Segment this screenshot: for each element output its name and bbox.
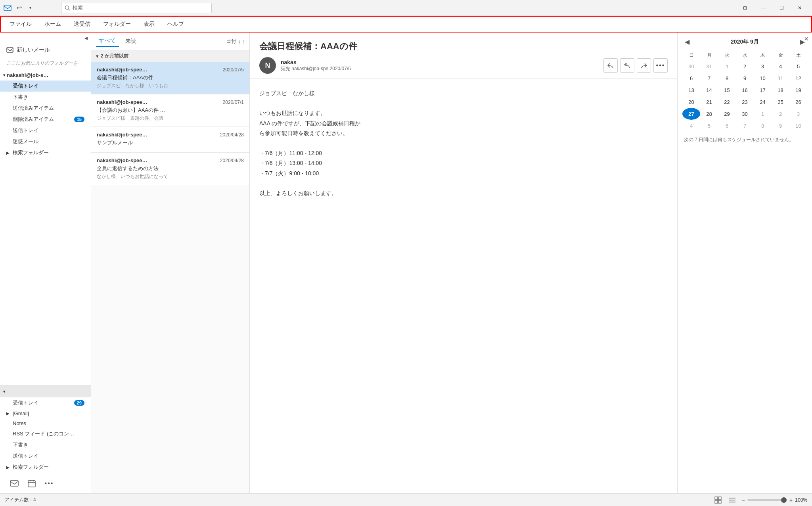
sort-control[interactable]: 日付 ↓ ↑ — [226, 38, 245, 45]
menu-home[interactable]: ホーム — [39, 18, 67, 30]
cal-day-5-5[interactable]: 9 — [772, 120, 789, 132]
sidebar-folder-drafts1[interactable]: 下書き — [0, 92, 91, 103]
sidebar-folder-search2[interactable]: ▶ 検索フォルダー — [0, 462, 91, 473]
calendar-prev-button[interactable]: ◀ — [682, 37, 692, 46]
cal-day-2-0[interactable]: 13 — [682, 84, 700, 96]
restore-button[interactable]: — — [754, 2, 772, 14]
reading-pane: 会議日程候補：AAAの件 N nakas 宛先 nakashi@job-spe … — [250, 33, 677, 493]
search-box[interactable] — [61, 3, 212, 13]
minimize-button[interactable]: ⊡ — [736, 2, 754, 14]
sidebar-folder-rss[interactable]: RSS フィード (このコン… — [0, 428, 91, 439]
cal-day-0-5[interactable]: 4 — [772, 60, 789, 72]
cal-day-3-4[interactable]: 24 — [754, 96, 772, 108]
view-compact-button[interactable] — [713, 495, 723, 505]
sidebar-folder-inbox1[interactable]: 受信トレイ — [0, 80, 91, 92]
sidebar-folder-outbox1[interactable]: 送信トレイ — [0, 125, 91, 136]
dropdown-button[interactable]: ▾ — [26, 4, 34, 12]
calendar-close-button[interactable]: ✕ — [804, 36, 809, 42]
cal-day-1-4[interactable]: 10 — [754, 72, 772, 84]
cal-day-3-2[interactable]: 22 — [718, 96, 736, 108]
cal-day-2-5[interactable]: 18 — [772, 84, 789, 96]
cal-day-3-3[interactable]: 23 — [736, 96, 754, 108]
email-item-4[interactable]: nakashi@job-spee… 2020/04/28 全員に返信するための方… — [91, 153, 249, 185]
nav-mail-button[interactable] — [6, 475, 22, 491]
cal-day-4-3[interactable]: 30 — [736, 108, 754, 120]
zoom-plus[interactable]: + — [789, 497, 793, 503]
menu-send-receive[interactable]: 送受信 — [68, 18, 96, 30]
cal-day-1-6[interactable]: 12 — [789, 72, 807, 84]
sidebar-folder-inbox2[interactable]: 受信トレイ 29 — [0, 397, 91, 408]
cal-day-3-5[interactable]: 25 — [772, 96, 789, 108]
cal-day-4-0[interactable]: 27 — [682, 108, 700, 120]
cal-day-0-3[interactable]: 2 — [736, 60, 754, 72]
menu-file[interactable]: ファイル — [4, 18, 37, 30]
sidebar-folder-notes[interactable]: Notes — [0, 418, 91, 428]
cal-day-1-3[interactable]: 9 — [736, 72, 754, 84]
cal-day-0-1[interactable]: 31 — [700, 60, 718, 72]
menu-view[interactable]: 表示 — [138, 18, 160, 30]
cal-day-5-1[interactable]: 5 — [700, 120, 718, 132]
cal-day-5-0[interactable]: 4 — [682, 120, 700, 132]
filter-all-tab[interactable]: すべて — [96, 36, 119, 47]
more-actions-button[interactable]: ••• — [653, 58, 668, 73]
account1-header[interactable]: ▾ nakashi@job-s… — [0, 70, 91, 80]
cal-day-2-1[interactable]: 14 — [700, 84, 718, 96]
zoom-minus[interactable]: − — [742, 497, 745, 503]
svg-rect-5 — [10, 481, 18, 486]
cal-day-1-5[interactable]: 11 — [772, 72, 789, 84]
view-list-button[interactable] — [728, 495, 737, 505]
cal-day-0-4[interactable]: 3 — [754, 60, 772, 72]
cal-day-3-0[interactable]: 20 — [682, 96, 700, 108]
cal-day-3-1[interactable]: 21 — [700, 96, 718, 108]
cal-day-0-6[interactable]: 5 — [789, 60, 807, 72]
email-item-1[interactable]: nakashi@job-spee… 2020/07/5 会議日程候補：AAAの件… — [91, 62, 249, 94]
svg-line-2 — [69, 9, 70, 10]
cal-day-1-2[interactable]: 8 — [718, 72, 736, 84]
sidebar-folder-outbox2[interactable]: 送信トレイ — [0, 450, 91, 462]
search-input[interactable] — [73, 5, 208, 11]
cal-day-3-6[interactable]: 26 — [789, 96, 807, 108]
close-button[interactable]: ✕ — [791, 2, 809, 14]
cal-day-4-2[interactable]: 29 — [718, 108, 736, 120]
nav-calendar-button[interactable] — [24, 475, 40, 491]
forward-button[interactable] — [637, 58, 651, 73]
cal-day-1-1[interactable]: 7 — [700, 72, 718, 84]
undo-button[interactable]: ↩ — [15, 4, 23, 12]
filter-unread-tab[interactable]: 未読 — [122, 36, 140, 46]
cal-header-wed: 水 — [736, 50, 754, 60]
cal-day-5-6[interactable]: 10 — [789, 120, 807, 132]
sidebar-folder-gmail[interactable]: ▶ [Gmail] — [0, 408, 91, 418]
email-item-2[interactable]: nakashi@job-spee… 2020/07/1 【会議のお願い】AAAの… — [91, 94, 249, 127]
sidebar-folder-deleted1[interactable]: 削除済みアイテム 15 — [0, 114, 91, 125]
zoom-slider[interactable] — [747, 499, 787, 501]
sidebar-collapse-button[interactable]: ◂ — [84, 34, 88, 42]
menu-folder[interactable]: フォルダー — [98, 18, 136, 30]
sidebar-folder-drafts2[interactable]: 下書き — [0, 439, 91, 450]
cal-day-2-2[interactable]: 15 — [718, 84, 736, 96]
account2-header[interactable]: ▾ — [0, 385, 91, 397]
sidebar-folder-search1[interactable]: ▶ 検索フォルダー — [0, 147, 91, 158]
nav-more-button[interactable]: ••• — [41, 475, 57, 491]
reply-button[interactable] — [603, 58, 618, 73]
cal-day-5-2[interactable]: 6 — [718, 120, 736, 132]
cal-day-2-4[interactable]: 17 — [754, 84, 772, 96]
sidebar-folder-junk1[interactable]: 迷惑メール — [0, 136, 91, 147]
new-mail-button[interactable]: 新しいメール — [0, 43, 91, 57]
cal-day-4-5[interactable]: 2 — [772, 108, 789, 120]
cal-day-4-6[interactable]: 3 — [789, 108, 807, 120]
cal-day-0-2[interactable]: 1 — [718, 60, 736, 72]
cal-day-0-0[interactable]: 30 — [682, 60, 700, 72]
sidebar-folder-sent1[interactable]: 送信済みアイテム — [0, 103, 91, 114]
cal-day-4-1[interactable]: 28 — [700, 108, 718, 120]
cal-day-4-4[interactable]: 1 — [754, 108, 772, 120]
maximize-button[interactable]: ☐ — [772, 2, 791, 14]
cal-day-2-3[interactable]: 16 — [736, 84, 754, 96]
email-item-3[interactable]: nakashi@job-spee… 2020/04/28 サンプルメール — [91, 127, 249, 153]
reply-all-button[interactable] — [620, 58, 634, 73]
cal-day-5-4[interactable]: 8 — [754, 120, 772, 132]
cal-day-1-0[interactable]: 6 — [682, 72, 700, 84]
menu-help[interactable]: ヘルプ — [162, 18, 190, 30]
cal-day-2-6[interactable]: 19 — [789, 84, 807, 96]
sender-avatar: N — [259, 57, 276, 74]
cal-day-5-3[interactable]: 7 — [736, 120, 754, 132]
